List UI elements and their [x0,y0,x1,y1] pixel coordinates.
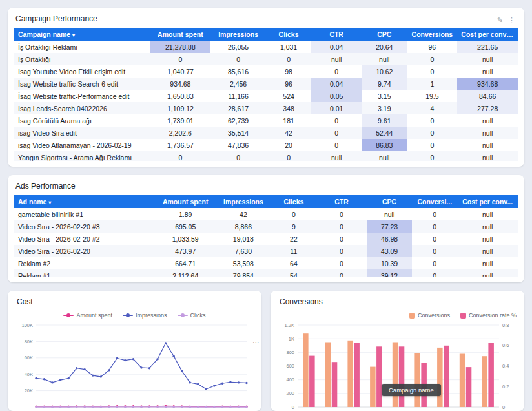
value-cell: 46.98 [367,233,412,245]
value-cell: 52.44 [362,127,407,139]
row-name-cell: Video Sıra - 2026-02-20 #3 [14,220,155,233]
column-header[interactable]: Ad name▾ [14,195,155,208]
table-header-row: Campaign name▾Amount spentImpressionsCli… [14,28,518,41]
legend-label: Conversion rate % [469,312,517,319]
panel-header: Campaign Performance ✎ ⋮ [14,13,518,28]
ads-table-scroll-area[interactable]: Ad name▾Amount spentImpressionsClicksCTR… [14,195,518,277]
value-cell: 1,739.01 [150,114,211,127]
table-row[interactable]: İsag Görütülü Arama ağı1,739.0162,739181… [14,114,518,127]
value-cell: 0 [407,139,457,151]
more-options-icon[interactable]: ⋮ [508,17,515,24]
value-cell: 39.12 [367,269,412,277]
column-header[interactable]: CTR [316,195,367,208]
value-cell: 0 [316,233,367,245]
conversions-bar-chart[interactable]: 02004006008001K1.2K00.20.40.60.8Mar 1, 2… [278,321,516,411]
column-header[interactable]: Conversi... [412,195,457,208]
dashboard: Campaign Performance ✎ ⋮ Campaign name▾A… [0,0,532,411]
value-cell: 524 [266,90,311,102]
legend-label: Impressions [136,312,167,319]
value-cell: null [457,53,518,65]
cost-panel-title: Cost [17,297,252,306]
row-name-cell: İş Ortaklığı Reklamı [14,41,150,53]
column-header[interactable]: Impressions [210,28,266,41]
value-cell: null [362,151,407,161]
table-row[interactable]: İş Ortaklığı Reklamı21,278.8826,0551,031… [14,41,518,53]
column-header[interactable]: Amount spent [155,195,216,208]
svg-text:60K: 60K [25,355,33,361]
value-cell: null [362,53,407,65]
column-header[interactable]: CTR [311,28,362,41]
value-cell: 1,650.83 [150,90,211,102]
legend-item[interactable]: Amount spent [63,312,112,319]
column-header[interactable]: Impressions [216,195,271,208]
campaign-table-scroll-area[interactable]: Campaign name▾Amount spentImpressionsCli… [14,28,518,161]
svg-text:400: 400 [286,377,294,383]
table-row[interactable]: Video Sıra - 2026-02-20473.977,63011043.… [14,245,518,257]
table-row[interactable]: isag Video Sıra edit2,202.635,51442052.4… [14,127,518,139]
table-row[interactable]: Video Sıra - 2026-02-20 #21,033.5919,018… [14,233,518,245]
column-header[interactable]: Clicks [266,28,311,41]
legend-item[interactable]: Clicks [178,312,206,319]
svg-text:0.8: 0.8 [502,322,509,328]
campaign-panel-title: Campaign Performance [15,14,97,23]
table-row[interactable]: Reklam #12,112.6479,85454039.120null [14,269,518,277]
row-name-cell: Reklam #1 [14,269,155,277]
svg-text:20K: 20K [25,388,33,394]
table-row[interactable]: Video Sıra - 2026-02-20 #3695.058,866907… [14,220,518,233]
table-row[interactable]: İsag Leads-Search 040220261,109.1228,617… [14,102,518,114]
value-cell: 473.97 [155,245,216,257]
value-cell: 7,630 [216,245,271,257]
column-header[interactable]: Cost per conver... [457,28,518,41]
row-name-cell: gametable bilinirlik #1 [14,208,155,220]
svg-text:1.2K: 1.2K [285,322,294,328]
value-cell: 695.05 [155,220,216,233]
table-row[interactable]: İsag Website traffic-Performance edit1,6… [14,90,518,102]
cost-line-chart[interactable]: 20K40K60K80K100KFeb 20Feb 24Feb 28Mar 4M… [15,321,253,411]
value-cell: null [457,220,518,233]
value-cell: null [457,269,518,277]
sort-desc-icon[interactable]: ▾ [72,32,75,38]
legend-item[interactable]: Impressions [123,312,167,319]
row-name-cell: Video Sıra - 2026-02-20 [14,245,155,257]
value-cell: 0 [412,257,457,269]
column-header[interactable]: Conversions [407,28,457,41]
svg-text:80K: 80K [25,339,33,344]
svg-text:200: 200 [286,390,294,396]
svg-text:800: 800 [286,350,294,355]
column-header[interactable]: Amount spent [150,28,211,41]
table-row[interactable]: İş Ortaklığı000nullnull0null [14,53,518,65]
column-header[interactable]: CPC [367,195,412,208]
legend-marker-icon [123,315,133,316]
row-name-cell: İsag Youtube Video Etkili erişim edit [14,65,150,78]
svg-text:0: 0 [292,405,294,410]
value-cell: 1 [407,78,457,90]
row-name-cell: Yangın Sigortası - Arama Ağı Reklamı [14,151,150,161]
legend-item[interactable]: Conversion rate % [460,312,517,319]
value-cell: 181 [266,114,311,127]
legend-marker-icon [178,315,188,316]
edit-icon[interactable]: ✎ [497,17,503,24]
column-header[interactable]: Cost per conv... [457,195,518,208]
value-cell: 277.28 [457,102,518,114]
legend-item[interactable]: Conversions [409,312,450,319]
gridlines: 20K40K60K80K100K [21,322,247,408]
table-row[interactable]: İsag Website traffic-Search-6 edit934.68… [14,78,518,90]
value-cell: null [311,151,362,161]
table-row[interactable]: gametable bilinirlik #11.894200null0null [14,208,518,220]
value-cell: 3.19 [362,102,407,114]
column-header[interactable]: CPC [362,28,407,41]
value-cell: 1,109.12 [150,102,211,114]
column-header[interactable]: Campaign name▾ [14,28,150,41]
table-row[interactable]: Reklam #2664.7153,59864010.390null [14,257,518,269]
value-cell: 1,736.57 [150,139,211,151]
value-cell: 664.71 [155,257,216,269]
value-cell: 0 [266,151,311,161]
sort-desc-icon[interactable]: ▾ [48,200,51,206]
column-header[interactable]: Clicks [271,195,316,208]
value-cell: 0 [311,114,362,127]
table-row[interactable]: isag Video Atlanamayan - 2026-02-191,736… [14,139,518,151]
row-name-cell: İş Ortaklığı [14,53,150,65]
table-row[interactable]: Yangın Sigortası - Arama Ağı Reklamı000n… [14,151,518,161]
value-cell: 0 [316,208,367,220]
table-row[interactable]: İsag Youtube Video Etkili erişim edit1,0… [14,65,518,78]
